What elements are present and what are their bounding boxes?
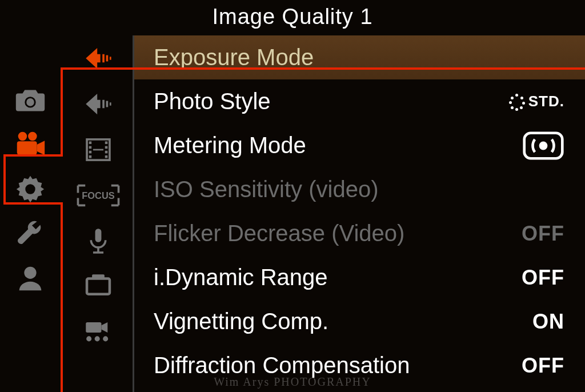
page-title: Image Quality 1: [0, 0, 585, 33]
menu-value: OFF: [522, 266, 564, 290]
back-arrow-icon: [82, 42, 115, 75]
svg-rect-9: [110, 57, 111, 59]
sub-item-back[interactable]: [69, 81, 128, 127]
title-text: Image Quality 1: [212, 5, 372, 29]
menu-label: Flicker Decrease (Video): [154, 221, 404, 246]
sidebar-spacer: [0, 33, 61, 78]
menu-label: Vignetting Comp.: [154, 309, 328, 334]
svg-point-32: [103, 336, 108, 341]
svg-rect-4: [17, 141, 37, 154]
svg-rect-18: [105, 142, 108, 145]
svg-rect-12: [110, 102, 111, 105]
svg-point-5: [25, 184, 35, 194]
sidebar-item-settings[interactable]: [0, 167, 61, 211]
menu-row-metering-mode[interactable]: Metering Mode: [134, 123, 585, 167]
svg-point-3: [28, 132, 37, 141]
std-text: STD.: [528, 93, 564, 110]
svg-point-34: [539, 141, 548, 150]
menu-list: Exposure Mode Photo Style STD. Metering …: [133, 35, 585, 392]
sub-item-microphone[interactable]: [69, 218, 128, 264]
menu-label: Photo Style: [154, 89, 271, 114]
microphone-icon: [82, 225, 115, 258]
std-dots-icon: [509, 94, 525, 110]
user-icon: [13, 261, 48, 296]
menu-value: [522, 131, 564, 161]
svg-rect-8: [106, 55, 109, 62]
menu-row-flicker-decrease: Flicker Decrease (Video) OFF: [134, 211, 585, 255]
menu-label: Diffraction Compensation: [154, 353, 410, 378]
svg-point-31: [95, 336, 100, 341]
menu-row-photo-style[interactable]: Photo Style STD.: [134, 79, 585, 123]
svg-point-6: [24, 267, 36, 279]
menu-label: Exposure Mode: [154, 45, 314, 70]
svg-point-1: [26, 98, 34, 106]
film-strip-icon: [82, 133, 115, 166]
menu-value: OFF: [522, 354, 564, 378]
menu-label: Metering Mode: [154, 133, 306, 158]
sidebar-item-user[interactable]: [0, 256, 61, 301]
svg-rect-16: [89, 151, 92, 154]
sub-item-filmstrip[interactable]: [69, 127, 128, 173]
metering-icon: [522, 131, 564, 161]
monitor-icon: [82, 270, 115, 303]
sub-item-video-settings[interactable]: [69, 310, 128, 355]
menu-row-vignetting-comp[interactable]: Vignetting Comp. ON: [134, 299, 585, 343]
svg-rect-28: [92, 274, 105, 278]
svg-text:FOCUS: FOCUS: [82, 190, 114, 201]
camera-menu-screen: Image Quality 1: [0, 0, 585, 392]
menu-label: ISO Sensitivity (video): [154, 177, 378, 202]
svg-rect-24: [95, 229, 102, 242]
menu-row-i-dynamic-range[interactable]: i.Dynamic Range OFF: [134, 255, 585, 299]
menu-value: STD.: [509, 93, 564, 110]
menu-label: i.Dynamic Range: [154, 265, 328, 290]
svg-rect-27: [87, 279, 110, 294]
svg-point-30: [86, 336, 91, 341]
svg-rect-19: [105, 146, 108, 149]
sidebar-sub: FOCUS: [69, 35, 128, 392]
menu-row-diffraction-compensation[interactable]: Diffraction Compensation OFF: [134, 343, 585, 387]
sidebar-item-camera[interactable]: [0, 78, 61, 122]
svg-rect-20: [105, 151, 108, 154]
menu-row-exposure-mode[interactable]: Exposure Mode: [134, 35, 585, 79]
svg-rect-11: [106, 101, 109, 107]
sub-item-monitor[interactable]: [69, 264, 128, 310]
svg-rect-10: [102, 100, 105, 109]
std-badge: STD.: [509, 93, 564, 110]
focus-icon: FOCUS: [75, 182, 122, 209]
svg-rect-21: [105, 155, 108, 158]
svg-rect-17: [89, 155, 92, 158]
menu-value: ON: [532, 310, 564, 334]
sub-item-back-active[interactable]: [69, 35, 128, 81]
gear-icon: [13, 171, 48, 207]
sub-item-focus[interactable]: FOCUS: [69, 173, 128, 218]
svg-rect-7: [102, 54, 105, 63]
wrench-icon: [13, 216, 48, 251]
video-settings-icon: [82, 316, 115, 349]
back-arrow-grey-icon: [82, 87, 115, 121]
sidebar-item-video[interactable]: [0, 122, 61, 167]
svg-rect-15: [89, 146, 92, 149]
svg-point-2: [18, 132, 27, 141]
video-camera-icon: [13, 127, 48, 162]
menu-value: OFF: [522, 222, 564, 246]
camera-icon: [13, 82, 48, 118]
svg-rect-14: [89, 142, 92, 145]
menu-row-iso-sensitivity: ISO Sensitivity (video): [134, 167, 585, 211]
sidebar-item-tools[interactable]: [0, 211, 61, 256]
svg-rect-29: [86, 322, 101, 333]
sidebar-primary: [0, 33, 61, 392]
